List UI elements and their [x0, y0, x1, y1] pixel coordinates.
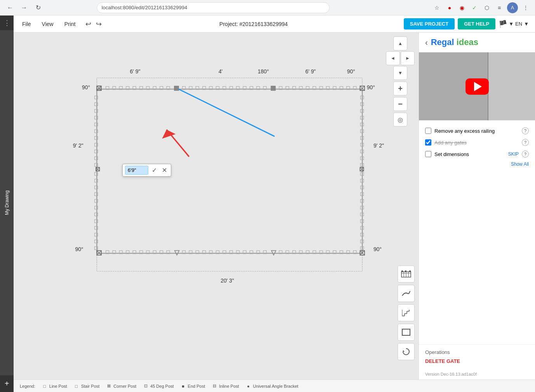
refresh-button[interactable] [398, 343, 415, 360]
svg-text:90°: 90° [373, 246, 382, 252]
canvas-svg: 6' 9" 4' 6' 9" 180° 90° 90° 9' 2" 90° 90… [14, 33, 419, 380]
checklist-item-add-gates: Add any gates ? [425, 137, 529, 148]
show-all-link[interactable]: Show All [425, 160, 529, 168]
universal-angle-icon: ● [245, 383, 252, 389]
line-post-icon: □ [42, 383, 48, 389]
youtube-play-button[interactable] [466, 78, 489, 95]
svg-rect-168 [409, 271, 411, 272]
redo-button[interactable]: ↪ [94, 19, 103, 29]
forward-button[interactable]: → [19, 2, 30, 13]
svg-rect-176 [402, 329, 410, 335]
undo-redo: ↩ ↪ [84, 19, 103, 29]
legend-item-inline-post: ⊟ Inline Post [211, 383, 239, 389]
app-container: ⋮ My Drawing + File View Print ↩ ↪ Proje… [0, 16, 535, 392]
stair-post-icon: □ [73, 383, 80, 389]
toolbar-menu: File View Print [20, 19, 78, 29]
remove-excess-label: Remove any excess railing [434, 128, 519, 134]
popup-input: ✓ ✕ [122, 164, 171, 177]
sidebar-add-button[interactable]: + [5, 375, 9, 392]
menu-icon[interactable]: ⋮ [521, 3, 530, 12]
universal-angle-label: Universal Angle Bracket [253, 384, 299, 389]
add-gates-checkbox[interactable] [425, 139, 431, 146]
nav-down-button[interactable]: ▼ [393, 66, 407, 80]
toolbar-actions: SAVE PROJECT GET HELP 🏴 ▼ EN ▼ [404, 18, 529, 29]
operations-title: Operations [425, 349, 529, 355]
legend-item-universal-angle: ● Universal Angle Bracket [245, 383, 299, 389]
get-help-button[interactable]: GET HELP [458, 18, 495, 29]
file-menu[interactable]: File [20, 19, 33, 29]
print-menu[interactable]: Print [62, 19, 78, 29]
language-selector[interactable]: 🏴 ▼ EN ▼ [499, 20, 529, 28]
extension-icon3[interactable]: ✓ [470, 3, 479, 12]
svg-marker-85 [175, 251, 179, 255]
save-project-button[interactable]: SAVE PROJECT [404, 18, 455, 29]
svg-text:6' 9": 6' 9" [130, 68, 140, 75]
remove-excess-checkbox[interactable] [425, 128, 431, 134]
corner-post-icon: ⊠ [106, 383, 112, 389]
svg-text:4': 4' [219, 68, 222, 75]
project-label: Project: #201216133629994 [109, 21, 397, 27]
extension-icon1[interactable]: ● [445, 3, 454, 12]
bookmark-icon[interactable]: ☆ [433, 3, 442, 12]
legend-item-line-post: □ Line Post [42, 383, 67, 389]
url-text: localhost:8080/edit/201216133629994 [102, 5, 187, 10]
bottom-legend: Legend: □ Line Post □ Stair Post ⊠ Corne… [14, 380, 535, 392]
sidebar-my-drawing[interactable]: My Drawing [0, 30, 14, 375]
video-thumbnail[interactable] [419, 52, 535, 120]
line-button[interactable] [398, 285, 415, 302]
stair-button[interactable] [398, 304, 415, 321]
right-panel-header: ‹ Regal ideas [419, 33, 535, 52]
nav-up-button[interactable]: ▲ [393, 36, 407, 50]
back-to-panel-button[interactable]: ‹ [425, 38, 428, 47]
zoom-out-button[interactable]: − [393, 97, 407, 111]
set-dimensions-checkbox[interactable] [425, 151, 431, 157]
target-button[interactable]: ◎ [393, 113, 407, 127]
checklist-item-remove-excess: Remove any excess railing ? [425, 125, 529, 137]
delete-gate-button[interactable]: DELETE GATE [425, 358, 460, 364]
svg-text:6' 9": 6' 9" [305, 68, 316, 75]
right-panel: ‹ Regal ideas [419, 33, 535, 380]
svg-rect-166 [401, 271, 403, 272]
svg-text:90°: 90° [82, 84, 90, 90]
dimension-input[interactable] [125, 166, 148, 175]
logo: Regal ideas [431, 37, 478, 47]
fence-panel-button[interactable] [398, 265, 415, 283]
extension-icon4[interactable]: ⬡ [482, 3, 492, 12]
skip-link[interactable]: SKIP [508, 151, 519, 157]
nav-right-button[interactable]: ► [401, 51, 415, 65]
canvas-area[interactable]: ▲ ◄ ► ▼ + − ◎ 6' 9" 4' 6 [14, 33, 419, 380]
toolbar: File View Print ↩ ↪ Project: #2012161336… [14, 16, 535, 33]
svg-rect-167 [405, 271, 406, 272]
nav-left-button[interactable]: ◄ [386, 51, 400, 65]
cancel-button[interactable]: ✕ [160, 166, 168, 175]
add-gates-help-icon[interactable]: ? [522, 139, 529, 146]
svg-text:180°: 180° [258, 68, 269, 75]
back-button[interactable]: ← [5, 2, 16, 13]
rectangle-button[interactable] [398, 324, 415, 341]
confirm-button[interactable]: ✓ [150, 166, 158, 175]
set-dimensions-label: Set dimensions [434, 151, 505, 157]
svg-text:9' 2": 9' 2" [373, 142, 384, 149]
inline-post-label: Inline Post [219, 384, 239, 389]
sidebar-dots[interactable]: ⋮ [3, 16, 10, 30]
extension-icon2[interactable]: ◉ [457, 3, 467, 12]
profile-icon[interactable]: A [507, 2, 518, 13]
logo-regal: Regal [431, 37, 454, 47]
undo-button[interactable]: ↩ [84, 19, 93, 29]
checklist-item-set-dimensions: Set dimensions SKIP ? [425, 148, 529, 160]
url-bar[interactable]: localhost:8080/edit/201216133629994 [97, 2, 330, 13]
view-menu[interactable]: View [40, 19, 56, 29]
nav-lr-row: ◄ ► [386, 51, 415, 65]
reload-button[interactable]: ↻ [33, 2, 43, 13]
legend-item-45-post: ⊡ 45 Deg Post [142, 383, 174, 389]
svg-rect-48 [174, 86, 179, 91]
zoom-in-button[interactable]: + [393, 82, 407, 95]
45-deg-post-icon: ⊡ [142, 383, 149, 389]
remove-excess-help-icon[interactable]: ? [522, 127, 529, 134]
svg-marker-177 [403, 350, 405, 352]
svg-line-158 [179, 89, 274, 137]
set-dimensions-help-icon[interactable]: ? [522, 151, 529, 158]
end-post-icon: ■ [180, 383, 186, 389]
legend-prefix: Legend: [20, 384, 35, 389]
extension-icon5[interactable]: ≡ [495, 3, 504, 12]
